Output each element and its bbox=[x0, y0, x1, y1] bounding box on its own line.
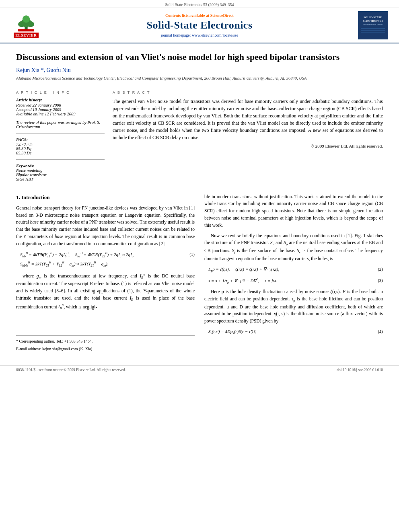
eq3-number: (3) bbox=[378, 277, 383, 284]
sciencedirect-link: Contents lists available at ScienceDirec… bbox=[48, 13, 351, 18]
footer-doi: doi:10.1016/j.sse.2009.01.010 bbox=[337, 368, 383, 372]
elsevier-label: ELSEVIER bbox=[14, 33, 39, 38]
eq4-content: Sγ(r,r') = 4Dps(r)δ(r − r')𝕀, bbox=[208, 328, 375, 336]
journal-cover-subtitle: An International Journal bbox=[363, 23, 383, 25]
article-authors: Kejun Xia *, Guofu Niu bbox=[16, 67, 383, 74]
available-date: Available online 12 February 2009 bbox=[16, 112, 105, 116]
eq1-line1: SbbB = 4kTℜ(Y11B) − 2qIbB, SbcB = 4kTℜ(Y… bbox=[20, 251, 187, 259]
body-right-para-1: ble in modern transistors, without justi… bbox=[204, 193, 383, 229]
svg-rect-7 bbox=[361, 30, 385, 31]
equation-1: SbbB = 4kTℜ(Y11B) − 2qIbB, SbcB = 4kTℜ(Y… bbox=[20, 251, 195, 269]
journal-header-right: SOLID-STATEELECTRONICS An International … bbox=[355, 11, 391, 39]
eq2-number: (2) bbox=[378, 266, 383, 273]
footer-copyright: 0038-1101/$ - see front matter © 2009 El… bbox=[16, 368, 126, 372]
body-right-para-2: Now we review briefly the equations and … bbox=[204, 232, 383, 263]
journal-cover-box: SOLID-STATEELECTRONICS An International … bbox=[358, 11, 388, 39]
keyword-2: Bipolar transistor bbox=[16, 173, 105, 177]
eq2-content: Lpp = ζ(r,s), ζ(r,s) = ζ(r,s) + ∇ · γ(r,… bbox=[208, 266, 375, 274]
elsevier-logo: ELSEVIER bbox=[8, 12, 44, 38]
top-citation-bar: Solid-State Electronics 53 (2009) 349–35… bbox=[0, 0, 399, 8]
journal-header-center: Contents lists available at ScienceDirec… bbox=[44, 13, 355, 37]
journal-homepage: journal homepage: www.elsevier.com/locat… bbox=[48, 33, 351, 37]
page-footer: 0038-1101/$ - see front matter © 2009 El… bbox=[0, 365, 399, 374]
pacs-item-2: 85.30.Pq bbox=[16, 146, 105, 151]
elsevier-tree-icon bbox=[14, 12, 38, 33]
divider-2 bbox=[16, 159, 105, 160]
pacs-group: PACS: 72.70.+m 85.30.Pq 85.30.De bbox=[16, 138, 105, 155]
footnote-corresponding: * Corresponding author. Tel.: +1 503 545… bbox=[16, 338, 195, 345]
svg-rect-8 bbox=[361, 32, 385, 33]
journal-title: Solid-State Electronics bbox=[48, 19, 351, 31]
keyword-1: Noise modeling bbox=[16, 168, 105, 173]
pacs-item-3: 85.30.De bbox=[16, 151, 105, 155]
divider bbox=[16, 133, 105, 134]
journal-cover-title: SOLID-STATEELECTRONICS bbox=[363, 16, 383, 23]
used-in-text: used in bbox=[331, 233, 345, 238]
article-history: Article history: Received 22 January 200… bbox=[16, 98, 105, 116]
article-info-column: A R T I C L E I N F O Article history: R… bbox=[16, 87, 105, 185]
eq1-number: (1) bbox=[189, 251, 195, 258]
eq1-line2: Sbb'bB = 2kT(Y21B + Y12B − gm) ≈ 2kT(Y21… bbox=[20, 260, 187, 269]
equation-3: s = s + 1/τp + ∇ · μE − D∇2, s = jω. (3) bbox=[208, 277, 383, 286]
equation-2: Lpp = ζ(r,s), ζ(r,s) = ζ(r,s) + ∇ · γ(r,… bbox=[208, 266, 383, 274]
body-para-1: General noise transport theory for PN ju… bbox=[16, 205, 195, 248]
article-info-label: A R T I C L E I N F O bbox=[16, 90, 105, 94]
cover-decoration-icon bbox=[361, 27, 385, 35]
body-right-column: ble in modern transistors, without justi… bbox=[204, 193, 383, 353]
keywords-group: Keywords: Noise modeling Bipolar transis… bbox=[16, 164, 105, 181]
abstract-label: A B S T R A C T bbox=[113, 90, 383, 94]
intro-heading: 1. Introduction bbox=[16, 193, 195, 201]
keywords-label: Keywords: bbox=[16, 164, 105, 168]
svg-rect-5 bbox=[18, 29, 34, 31]
footnote-section: * Corresponding author. Tel.: +1 503 545… bbox=[16, 335, 195, 352]
citation-text: Solid-State Electronics 53 (2009) 349–35… bbox=[165, 2, 234, 7]
article-container: Discussions and extension of van Vliet's… bbox=[0, 43, 399, 361]
journal-header: ELSEVIER Contents lists available at Sci… bbox=[0, 8, 399, 43]
abstract-text: The general van Vliet noise model for tr… bbox=[113, 98, 383, 141]
eq4-number: (4) bbox=[378, 328, 383, 335]
svg-point-4 bbox=[23, 15, 30, 23]
received-date: Received 22 January 2008 bbox=[16, 103, 105, 107]
review-note: The review of this paper was arranged by… bbox=[16, 120, 105, 129]
body-left-column: 1. Introduction General noise transport … bbox=[16, 193, 195, 353]
accepted-date: Accepted 10 January 2009 bbox=[16, 107, 105, 112]
eq1-content: SbbB = 4kTℜ(Y11B) − 2qIbB, SbcB = 4kTℜ(Y… bbox=[20, 251, 187, 269]
equation-4: Sγ(r,r') = 4Dps(r)δ(r − r')𝕀, (4) bbox=[208, 328, 383, 336]
body-right-para-3: Here p is the hole density fluctuation c… bbox=[204, 288, 383, 325]
article-title: Discussions and extension of van Vliet's… bbox=[16, 51, 383, 63]
review-note-text: The review of this paper was arranged by… bbox=[16, 120, 105, 129]
svg-rect-6 bbox=[361, 28, 385, 29]
history-label: Article history: bbox=[16, 98, 105, 102]
abstract-column: A B S T R A C T The general van Vliet no… bbox=[113, 87, 383, 185]
copyright-line: © 2009 Elsevier Ltd. All rights reserved… bbox=[113, 144, 383, 148]
article-affiliation: Alabama Microelectronics Science and Tec… bbox=[16, 76, 383, 80]
keyword-3: SiGe HBT bbox=[16, 177, 105, 181]
pacs-label: PACS: bbox=[16, 138, 105, 142]
article-body: 1. Introduction General noise transport … bbox=[16, 193, 383, 353]
pacs-item-1: 72.70.+m bbox=[16, 142, 105, 146]
eq3-content: s = s + 1/τp + ∇ · μE − D∇2, s = jω. bbox=[208, 277, 375, 286]
body-para-2: where gm is the transconductance at low … bbox=[16, 272, 195, 311]
article-info-abstract: A R T I C L E I N F O Article history: R… bbox=[16, 87, 383, 185]
footnote-email: E-mail address: kejun.xia@gmail.com (K. … bbox=[16, 346, 195, 352]
